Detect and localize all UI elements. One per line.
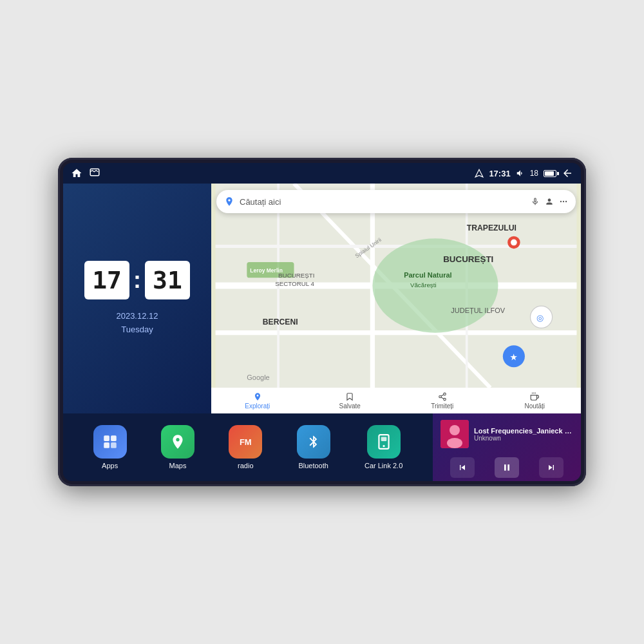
music-panel: Lost Frequencies_Janieck Devy-... Unknow…	[433, 413, 581, 481]
app-item-maps[interactable]: Maps	[161, 425, 194, 469]
battery-icon	[544, 170, 556, 177]
battery-level: 18	[530, 169, 538, 178]
svg-point-48	[450, 425, 460, 435]
svg-text:Parcul Natural: Parcul Natural	[404, 271, 451, 279]
svg-text:JUDEȚUL ILFOV: JUDEȚUL ILFOV	[451, 307, 505, 314]
music-artist: Unknown	[474, 435, 573, 442]
clock-hour: 17	[84, 261, 129, 299]
maps-pin-icon	[224, 196, 234, 207]
apps-icon	[93, 425, 127, 459]
top-section: 17 : 31 2023.12.12 Tuesday	[63, 184, 581, 413]
carlink-label: Car Link 2.0	[365, 462, 402, 469]
svg-text:Văcărești: Văcărești	[410, 281, 437, 289]
music-info: Lost Frequencies_Janieck Devy-... Unknow…	[474, 427, 573, 442]
clock-minute: 31	[145, 261, 190, 299]
app-item-apps[interactable]: Apps	[93, 425, 127, 469]
bluetooth-app-icon	[297, 425, 330, 459]
svg-point-4	[565, 201, 567, 202]
map-panel[interactable]: Căutați aici	[211, 184, 581, 413]
play-pause-button[interactable]	[495, 457, 519, 478]
map-background: Parcul Natural Văcărești Leroy Merlin TR…	[211, 184, 581, 388]
clock-colon: :	[133, 267, 141, 294]
clock-date: 2023.12.12 Tuesday	[116, 310, 158, 337]
more-icon[interactable]	[559, 197, 568, 206]
maps-status-icon[interactable]	[89, 167, 100, 179]
svg-rect-45	[381, 437, 386, 441]
status-left	[71, 167, 100, 179]
map-search-text[interactable]: Căutați aici	[240, 197, 526, 207]
svg-rect-42	[104, 442, 109, 448]
map-search-icons	[531, 197, 568, 206]
status-bar: 17:31 18	[63, 163, 581, 184]
bluetooth-label: Bluetooth	[298, 462, 328, 469]
maps-label: Maps	[169, 462, 187, 469]
radio-label: radio	[238, 462, 253, 469]
svg-text:★: ★	[510, 353, 517, 362]
svg-line-35	[441, 397, 444, 398]
svg-text:BERCENI: BERCENI	[263, 317, 298, 327]
svg-point-33	[439, 395, 442, 398]
svg-text:◎: ◎	[536, 313, 544, 323]
next-button[interactable]	[539, 457, 564, 478]
map-tab-saved[interactable]: Salvate	[304, 392, 397, 410]
svg-rect-40	[104, 435, 109, 441]
map-tab-news[interactable]: Noutăți	[489, 392, 582, 410]
svg-point-26	[511, 240, 517, 246]
apps-label: Apps	[102, 462, 118, 469]
home-icon[interactable]	[71, 167, 82, 179]
svg-text:Google: Google	[247, 374, 269, 381]
map-search-bar[interactable]: Căutați aici	[216, 190, 576, 213]
svg-text:BUCUREȘTI: BUCUREȘTI	[443, 254, 493, 264]
car-display-device: 17:31 18	[58, 158, 586, 486]
svg-text:SECTORUL 4: SECTORUL 4	[275, 280, 314, 287]
mic-icon[interactable]	[531, 197, 540, 206]
status-right: 17:31 18	[475, 167, 573, 179]
volume-icon	[516, 169, 525, 178]
app-item-bluetooth[interactable]: Bluetooth	[297, 425, 330, 469]
music-controls	[440, 457, 573, 478]
carlink-icon	[367, 425, 401, 459]
music-track-info: Lost Frequencies_Janieck Devy-... Unknow…	[440, 420, 573, 448]
map-tab-saved-label: Salvate	[339, 402, 361, 410]
svg-rect-0	[90, 169, 99, 176]
map-tab-explore[interactable]: Explorați	[211, 392, 304, 410]
svg-text:TRAPEZULUI: TRAPEZULUI	[467, 223, 516, 232]
apps-bar: Apps Maps FM	[63, 413, 433, 481]
prev-button[interactable]	[450, 457, 475, 478]
bottom-section: Apps Maps FM	[63, 413, 581, 481]
status-time: 17:31	[489, 169, 510, 178]
back-icon[interactable]	[562, 167, 573, 179]
radio-icon: FM	[229, 425, 262, 459]
svg-point-3	[563, 201, 564, 202]
music-album-art	[440, 420, 469, 448]
clock-display: 17 : 31	[84, 261, 190, 299]
navigation-icon	[475, 169, 484, 178]
main-content: 17 : 31 2023.12.12 Tuesday	[63, 184, 581, 481]
svg-point-46	[383, 445, 384, 447]
map-tab-news-label: Noutăți	[524, 402, 545, 410]
app-item-carlink[interactable]: Car Link 2.0	[365, 425, 402, 469]
music-title: Lost Frequencies_Janieck Devy-...	[474, 427, 573, 435]
map-tab-share-label: Trimiteți	[431, 402, 453, 410]
svg-marker-1	[476, 169, 484, 177]
maps-icon	[161, 425, 194, 459]
account-icon[interactable]	[545, 197, 554, 206]
svg-point-49	[447, 438, 462, 448]
app-item-radio[interactable]: FM radio	[229, 425, 262, 469]
map-bottom-bar: Explorați Salvate	[211, 388, 581, 413]
map-tab-share[interactable]: Trimiteți	[396, 392, 489, 410]
svg-rect-43	[111, 442, 117, 448]
svg-point-2	[560, 201, 562, 202]
screen: 17:31 18	[63, 163, 581, 481]
svg-point-34	[444, 398, 446, 401]
map-tab-explore-label: Explorați	[245, 402, 270, 410]
svg-rect-41	[111, 435, 117, 441]
svg-point-32	[444, 393, 446, 395]
svg-line-36	[441, 394, 444, 395]
svg-text:BUCUREȘTI: BUCUREȘTI	[278, 272, 314, 279]
clock-panel: 17 : 31 2023.12.12 Tuesday	[63, 184, 211, 413]
